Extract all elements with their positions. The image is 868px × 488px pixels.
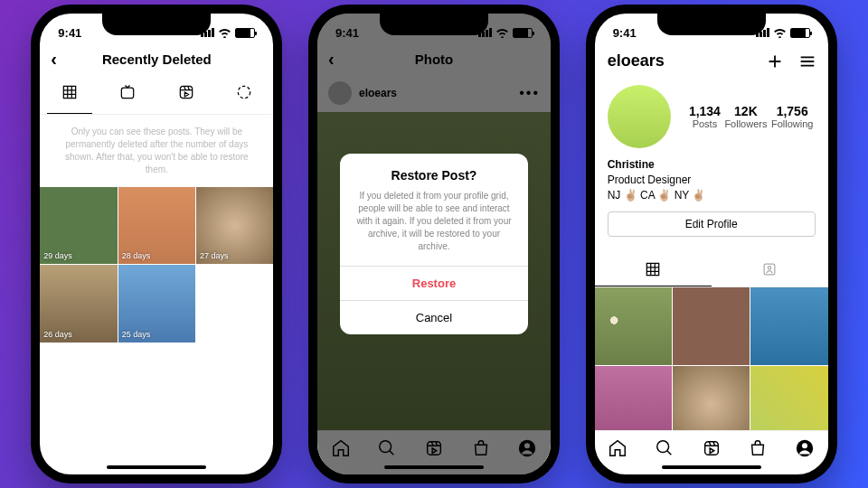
stat-posts[interactable]: 1,134Posts xyxy=(689,104,721,129)
profile-stats: 1,134Posts 12KFollowers 1,756Following xyxy=(687,104,816,129)
tab-posts-grid[interactable] xyxy=(595,253,712,286)
phone-profile: 9:41 eloears 1,134Posts 12KFollowers 1,7… xyxy=(586,5,837,483)
deleted-thumbnail[interactable]: 27 days xyxy=(196,187,273,264)
content-type-tabs xyxy=(40,74,273,115)
header: eloears xyxy=(595,44,828,78)
phone-restore-dialog: 9:41 ‹ Photo eloears ••• Restore Post? I… xyxy=(308,5,560,483)
igtv-icon xyxy=(118,83,137,101)
restore-dialog: Restore Post? If you deleted it from you… xyxy=(340,154,528,334)
deleted-thumbnail[interactable]: 25 days xyxy=(118,265,195,342)
profile-avatar[interactable] xyxy=(608,85,671,148)
svg-point-12 xyxy=(802,443,807,448)
dialog-title: Restore Post? xyxy=(340,168,528,183)
create-button[interactable] xyxy=(765,52,785,71)
stat-following[interactable]: 1,756Following xyxy=(771,104,813,129)
page-title: Recently Deleted xyxy=(102,52,212,67)
stat-followers[interactable]: 12KFollowers xyxy=(724,104,767,129)
menu-button[interactable] xyxy=(797,52,817,71)
header: ‹ Recently Deleted xyxy=(40,44,273,74)
svg-point-8 xyxy=(768,267,770,269)
deleted-thumbnail[interactable]: 28 days xyxy=(118,187,195,264)
tab-igtv[interactable] xyxy=(105,80,150,105)
deleted-thumbnail[interactable]: 29 days xyxy=(40,187,117,264)
nav-shop-icon[interactable] xyxy=(748,438,768,458)
tab-reels[interactable] xyxy=(164,80,209,105)
story-circle-icon xyxy=(235,83,253,101)
clock: 9:41 xyxy=(58,26,81,40)
svg-point-9 xyxy=(657,441,669,453)
svg-rect-0 xyxy=(121,88,133,99)
deleted-thumbnail[interactable]: 26 days xyxy=(40,265,117,342)
bottom-nav xyxy=(595,430,828,462)
nav-search-icon[interactable] xyxy=(655,438,675,458)
nav-reels-icon[interactable] xyxy=(702,438,722,458)
grid-icon xyxy=(61,83,79,101)
back-button[interactable]: ‹ xyxy=(51,49,57,70)
profile-bio: Christine Product Designer NJ ✌🏼 CA ✌🏼 N… xyxy=(608,157,816,202)
clock: 9:41 xyxy=(613,26,637,40)
post-thumbnail[interactable] xyxy=(673,287,750,364)
tab-tagged[interactable] xyxy=(712,253,828,286)
restore-button[interactable]: Restore xyxy=(340,266,528,300)
post-thumbnail[interactable] xyxy=(673,366,750,430)
wifi-icon xyxy=(773,28,787,38)
dialog-body: If you deleted it from your profile grid… xyxy=(340,190,528,266)
wifi-icon xyxy=(218,28,231,38)
nav-profile-icon[interactable] xyxy=(795,438,815,458)
tab-stories[interactable] xyxy=(222,80,267,105)
home-indicator[interactable] xyxy=(662,465,761,469)
phone-recently-deleted: 9:41 ‹ Recently Deleted Only you can see… xyxy=(31,5,282,483)
profile-tabs xyxy=(595,253,828,287)
nav-home-icon[interactable] xyxy=(608,438,627,458)
grid-icon xyxy=(644,260,662,278)
info-text: Only you can see these posts. They will … xyxy=(40,115,273,187)
battery-icon xyxy=(790,28,810,38)
battery-icon xyxy=(235,28,255,38)
posts-grid xyxy=(595,287,828,430)
cancel-button[interactable]: Cancel xyxy=(340,300,528,334)
post-thumbnail[interactable] xyxy=(595,287,672,364)
edit-profile-button[interactable]: Edit Profile xyxy=(608,211,816,237)
reels-icon xyxy=(177,83,195,101)
post-thumbnail[interactable] xyxy=(595,366,672,430)
post-thumbnail[interactable] xyxy=(750,366,827,430)
deleted-grid: 29 days 28 days 27 days 26 days 25 days xyxy=(40,187,273,343)
tagged-icon xyxy=(760,260,778,278)
home-indicator[interactable] xyxy=(107,465,206,469)
profile-username[interactable]: eloears xyxy=(608,52,665,70)
svg-point-2 xyxy=(238,86,250,98)
tab-grid[interactable] xyxy=(47,80,92,105)
post-thumbnail[interactable] xyxy=(750,287,827,364)
modal-scrim[interactable]: Restore Post? If you deleted it from you… xyxy=(317,14,551,474)
